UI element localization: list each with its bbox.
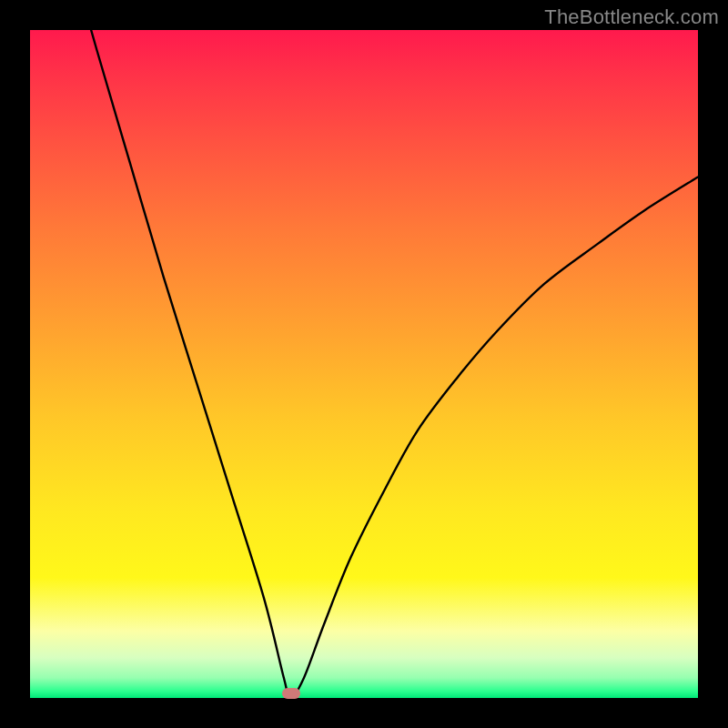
- chart-frame: TheBottleneck.com: [0, 0, 728, 728]
- optimal-point-marker: [282, 688, 300, 699]
- watermark-text: TheBottleneck.com: [544, 5, 719, 29]
- bottleneck-curve: [30, 30, 698, 698]
